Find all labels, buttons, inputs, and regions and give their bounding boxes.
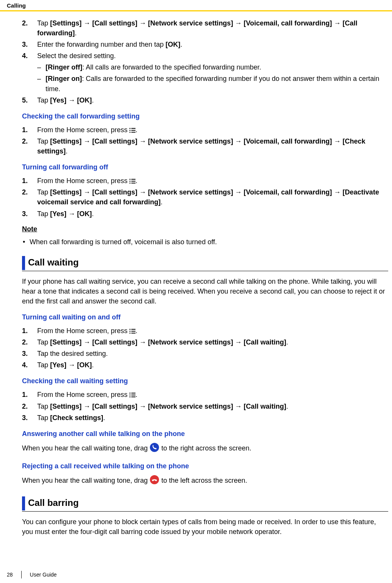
steps-group-c: 1. From the Home screen, press . 2. Tap …: [22, 176, 388, 218]
page-footer: 28 User Guide: [7, 571, 57, 578]
note-heading: Note: [22, 224, 388, 234]
section-header: Calling: [0, 0, 392, 10]
content: 2. Tap [Settings] → [Call settings] → [N…: [0, 18, 392, 537]
step-text: Tap [Settings] → [Call settings] → [Netw…: [37, 19, 357, 37]
menu-icon: [129, 392, 135, 398]
step-number: 5.: [22, 95, 28, 105]
step-item: 2. Tap [Settings] → [Call settings] → [N…: [22, 187, 388, 207]
paragraph: When you hear the call waiting tone, dra…: [22, 442, 388, 455]
step-item: 2. Tap [Settings] → [Call settings] → [N…: [22, 18, 388, 38]
step-item: 4. Select the desired setting. [Ringer o…: [22, 51, 388, 93]
h2-title: Call waiting: [28, 256, 79, 270]
svg-rect-15: [131, 331, 135, 332]
steps-group-b: 1. From the Home screen, press . 2. Tap …: [22, 125, 388, 156]
header-divider: [0, 10, 392, 11]
phone-answer-icon: [150, 442, 159, 455]
svg-rect-3: [131, 130, 135, 131]
step-text: Tap [Check settings].: [37, 414, 105, 422]
step-item: 1. From the Home screen, press .: [22, 326, 388, 336]
subheading: Checking the call forwarding setting: [22, 111, 388, 121]
menu-icon: [129, 179, 135, 184]
step-item: 3. Tap [Check settings].: [22, 413, 388, 423]
step-text: Enter the forwarding number and then tap…: [37, 41, 182, 48]
substep-item: [Ringer off]: All calls are forwarded to…: [37, 62, 388, 72]
subheading: Rejecting a call received while talking …: [22, 461, 388, 471]
step-text: Tap [Settings] → [Call settings] → [Netw…: [37, 188, 379, 206]
svg-rect-19: [131, 393, 135, 393]
step-item: 1. From the Home screen, press .: [22, 390, 388, 400]
step-number: 1.: [22, 125, 28, 135]
svg-point-24: [150, 443, 159, 452]
step-number: 3.: [22, 349, 28, 359]
step-number: 1.: [22, 176, 28, 186]
subheading: Answering another call while talking on …: [22, 429, 388, 439]
note-item: When call forwarding is turned off, voic…: [22, 237, 388, 247]
step-item: 2. Tap [Settings] → [Call settings] → [N…: [22, 136, 388, 156]
svg-rect-0: [129, 128, 131, 129]
paragraph: You can configure your phone to block ce…: [22, 517, 388, 537]
h2-underline: [22, 511, 388, 512]
svg-rect-4: [129, 132, 131, 133]
svg-rect-12: [129, 329, 131, 330]
step-text: From the Home screen, press .: [37, 327, 137, 335]
step-number: 3.: [22, 209, 28, 219]
step-number: 2.: [22, 401, 28, 411]
svg-rect-16: [129, 333, 131, 333]
step-number: 3.: [22, 413, 28, 423]
substep-item: [Ringer on]: Calls are forwarded to the …: [37, 74, 388, 93]
step-number: 3.: [22, 39, 28, 49]
h2-accent-bar: [22, 496, 25, 510]
step-item: 2. Tap [Settings] → [Call settings] → [N…: [22, 337, 388, 347]
svg-rect-6: [129, 179, 131, 180]
svg-rect-7: [131, 179, 135, 180]
step-text: Tap [Settings] → [Call settings] → [Netw…: [37, 338, 288, 346]
svg-rect-23: [131, 397, 135, 397]
step-item: 3. Tap [Yes] → [OK].: [22, 209, 388, 219]
step-text: Tap [Settings] → [Call settings] → [Netw…: [37, 403, 288, 410]
step-text: Tap the desired setting.: [37, 350, 108, 357]
step-number: 2.: [22, 337, 28, 347]
h2-call-waiting: Call waiting: [22, 256, 388, 271]
svg-rect-5: [131, 132, 135, 133]
note-list: When call forwarding is turned off, voic…: [22, 237, 388, 247]
svg-rect-8: [129, 181, 131, 182]
svg-rect-22: [129, 397, 131, 397]
step-item: 3. Enter the forwarding number and then …: [22, 39, 388, 49]
svg-rect-13: [131, 329, 135, 330]
footer-divider: [21, 571, 22, 578]
svg-rect-1: [131, 128, 135, 129]
substeps: [Ringer off]: All calls are forwarded to…: [37, 62, 388, 93]
step-text: From the Home screen, press .: [37, 391, 137, 398]
step-text: From the Home screen, press .: [37, 177, 137, 185]
steps-group-e: 1. From the Home screen, press . 2. Tap …: [22, 390, 388, 422]
step-item: 1. From the Home screen, press .: [22, 125, 388, 135]
menu-icon: [129, 128, 135, 133]
phone-reject-icon: [150, 475, 159, 487]
steps-group-a: 2. Tap [Settings] → [Call settings] → [N…: [22, 18, 388, 105]
step-text: From the Home screen, press .: [37, 126, 137, 134]
step-item: 3. Tap the desired setting.: [22, 349, 388, 359]
step-number: 2.: [22, 187, 28, 197]
step-number: 1.: [22, 326, 28, 336]
step-text: Tap [Yes] → [OK].: [37, 96, 94, 104]
h2-title: Call barring: [28, 496, 79, 510]
step-number: 4.: [22, 51, 28, 61]
step-text: Tap [Settings] → [Call settings] → [Netw…: [37, 137, 365, 155]
svg-rect-10: [129, 183, 131, 183]
steps-group-d: 1. From the Home screen, press . 2. Tap …: [22, 326, 388, 370]
menu-icon: [129, 329, 135, 334]
step-text: Select the desired setting.: [37, 52, 116, 60]
svg-rect-20: [129, 395, 131, 395]
h2-accent-bar: [22, 256, 25, 270]
step-number: 2.: [22, 136, 28, 146]
step-item: 5. Tap [Yes] → [OK].: [22, 95, 388, 105]
paragraph: If your phone has call waiting service, …: [22, 276, 388, 306]
svg-rect-17: [131, 333, 135, 333]
page: Calling 2. Tap [Settings] → [Call settin…: [0, 0, 392, 583]
svg-rect-2: [129, 130, 131, 131]
svg-rect-21: [131, 395, 135, 395]
step-text: Tap [Yes] → [OK].: [37, 210, 94, 218]
svg-rect-11: [131, 183, 135, 183]
h2-underline: [22, 271, 388, 271]
page-number: 28: [7, 572, 13, 578]
